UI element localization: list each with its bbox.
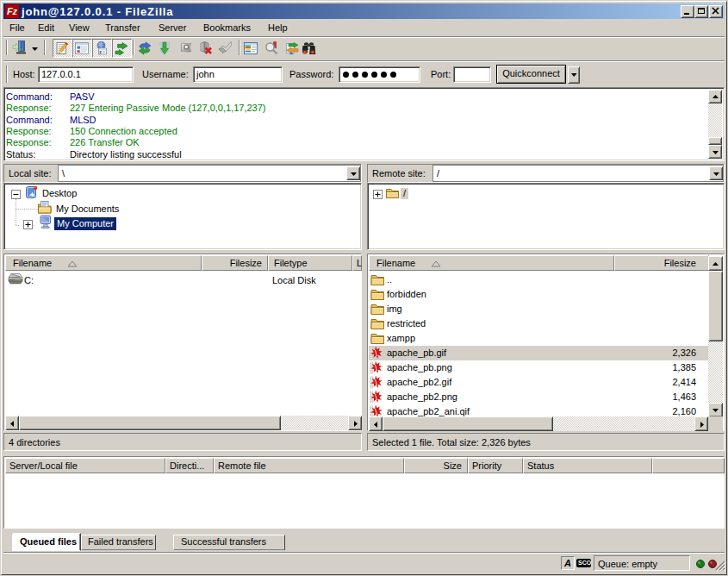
svg-text:Fz: Fz (7, 6, 18, 16)
